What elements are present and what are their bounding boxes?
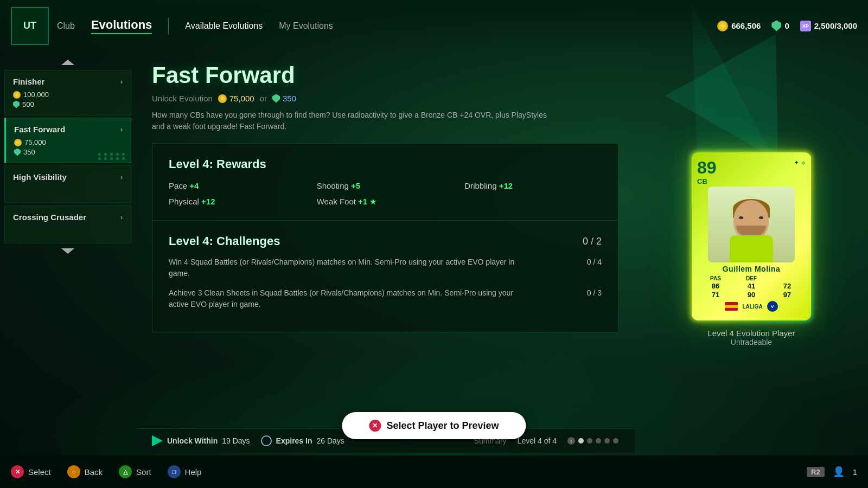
- sidebar-scroll-up[interactable]: [0, 57, 136, 68]
- footer-right: R2 👤 1: [807, 466, 857, 478]
- footer: ✕ Select ○ Back △ Sort □ Help R2 👤 1: [0, 455, 868, 488]
- xp-display: XP 2,500/3,000: [800, 21, 857, 31]
- dot-nav-arrow[interactable]: ‹: [567, 437, 575, 445]
- unlock-label: Unlock Evolution: [152, 94, 213, 103]
- card-rating: 89: [697, 159, 717, 176]
- card-stat-def: DEF: [736, 275, 767, 281]
- xp-value: 2,500/3,000: [814, 21, 857, 30]
- chevron-down-icon: [61, 248, 74, 254]
- help-label: Help: [185, 467, 202, 477]
- player-card: 89 CB ✦ ⟡: [692, 152, 811, 320]
- nav-divider: [168, 18, 169, 34]
- reward-weakfoot-label: Weak Foot: [317, 197, 358, 206]
- finisher-shield: 500: [22, 100, 34, 108]
- unlock-shield-value: 350: [283, 94, 296, 103]
- my-evolutions-nav[interactable]: My Evolutions: [279, 21, 333, 31]
- card-stat-86: 86: [700, 282, 731, 290]
- r2-badge: R2: [807, 467, 825, 477]
- reward-pace-value: +4: [189, 181, 199, 190]
- item-arrow-icon: ›: [120, 214, 123, 221]
- challenge-text-2: Achieve 3 Clean Sheets in Squad Battles …: [169, 287, 521, 310]
- challenge-progress-1: 0 / 4: [587, 256, 602, 268]
- x-button: ✕: [11, 465, 24, 478]
- player-body: [730, 235, 773, 262]
- sidebar-item-label: Crossing Crusader: [13, 213, 86, 222]
- coin-icon: [717, 21, 728, 31]
- x-button-icon: ✕: [369, 420, 381, 432]
- challenges-count: 0 / 2: [583, 236, 602, 247]
- card-top-right: ✦ ⟡: [794, 159, 806, 185]
- league-text: LALIGA: [742, 304, 762, 310]
- sidebar-item-crossing-crusader[interactable]: Crossing Crusader ›: [4, 206, 131, 243]
- evolution-title: Fast Forward: [152, 62, 618, 88]
- challenge-item-2: Achieve 3 Clean Sheets in Squad Battles …: [169, 287, 602, 310]
- player-head: [733, 200, 769, 241]
- item-arrow-icon: ›: [120, 126, 123, 133]
- coin-small-icon: [13, 91, 21, 99]
- select-label: Select: [28, 467, 51, 477]
- expires-in: Expires In 26 Days: [261, 435, 344, 446]
- play-icon: [152, 435, 163, 446]
- sidebar-item-high-visibility[interactable]: High Visibility ›: [4, 165, 131, 203]
- right-eye: [759, 216, 763, 219]
- footer-select[interactable]: ✕ Select: [11, 465, 51, 478]
- points-value: 0: [784, 21, 789, 30]
- card-stat-72: 72: [771, 282, 803, 290]
- reward-dribbling-label: Dribbling: [464, 181, 499, 190]
- dot-5: [613, 438, 618, 444]
- reward-physical: Physical +12: [169, 197, 306, 207]
- dot-3: [596, 438, 601, 444]
- rewards-grid: Pace +4 Shooting +5 Dribbling +12 Physic…: [169, 181, 602, 207]
- reward-dribbling: Dribbling +12: [464, 181, 602, 190]
- points-display: 0: [771, 21, 789, 31]
- reward-pace: Pace +4: [169, 181, 306, 190]
- chevron-up-icon: [61, 60, 74, 65]
- sidebar-item-label: Fast Forward: [14, 125, 65, 134]
- clock-icon: [261, 435, 272, 446]
- evo-icon: ⟡: [801, 159, 806, 166]
- beard: [736, 226, 766, 236]
- card-stats: PAS DEF 86 41 72 71 90: [697, 275, 806, 299]
- player-card-area: 89 CB ✦ ⟡: [635, 43, 868, 455]
- select-player-button[interactable]: ✕ Select Player to Preview: [342, 412, 526, 439]
- player-silhouette: [708, 187, 795, 262]
- evolutions-nav[interactable]: Evolutions: [91, 18, 152, 34]
- club-nav[interactable]: Club: [57, 21, 75, 31]
- dots-decoration: [98, 153, 126, 160]
- sidebar-item-finisher[interactable]: Finisher › 100,000 500: [4, 70, 131, 115]
- footer-help[interactable]: □ Help: [168, 465, 202, 478]
- coin-icon: [218, 94, 227, 103]
- points-icon: [771, 21, 781, 31]
- challenges-header: Level 4: Challenges 0 / 2: [169, 234, 602, 248]
- unlock-coins-value: 75,000: [229, 94, 254, 103]
- challenges-panel: Level 4: Challenges 0 / 2 Win 4 Squad Ba…: [152, 221, 618, 332]
- sidebar-scroll-down[interactable]: [0, 246, 136, 256]
- sidebar-item-fast-forward[interactable]: Fast Forward › 75,000 350: [4, 118, 131, 163]
- star-icon: ★: [369, 197, 376, 206]
- footer-sort[interactable]: △ Sort: [119, 465, 151, 478]
- shield-small-icon: [14, 149, 21, 156]
- coins-value: 666,506: [731, 21, 761, 30]
- card-stat-71: 71: [700, 291, 731, 299]
- item-arrow-icon: ›: [120, 174, 123, 181]
- sidebar: Finisher › 100,000 500 Fast Forward › 75…: [0, 52, 136, 455]
- available-evolutions-nav[interactable]: Available Evolutions: [185, 21, 263, 31]
- unlock-within: Unlock Within 19 Days: [152, 435, 250, 446]
- ff-coins: 75,000: [24, 138, 46, 146]
- player-name: Guillem Molina: [723, 265, 781, 273]
- level-dots: ‹: [567, 437, 618, 445]
- select-player-label: Select Player to Preview: [386, 420, 499, 432]
- club-badge-icon: V: [767, 301, 778, 312]
- dot-4: [604, 438, 610, 444]
- shield-small-icon: [13, 101, 20, 108]
- header-currency: 666,506 0 XP 2,500/3,000: [717, 21, 857, 31]
- reward-shooting-label: Shooting: [317, 181, 351, 190]
- unlock-coins: 75,000: [218, 94, 254, 103]
- card-untradeable: Untradeable: [731, 338, 772, 346]
- player-face: [727, 197, 776, 262]
- sort-label: Sort: [136, 467, 151, 477]
- unlock-or: or: [260, 94, 267, 103]
- evolution-description: How many CBs have you gone through to fi…: [152, 110, 559, 132]
- o-button: ○: [67, 465, 80, 478]
- footer-back[interactable]: ○ Back: [67, 465, 103, 478]
